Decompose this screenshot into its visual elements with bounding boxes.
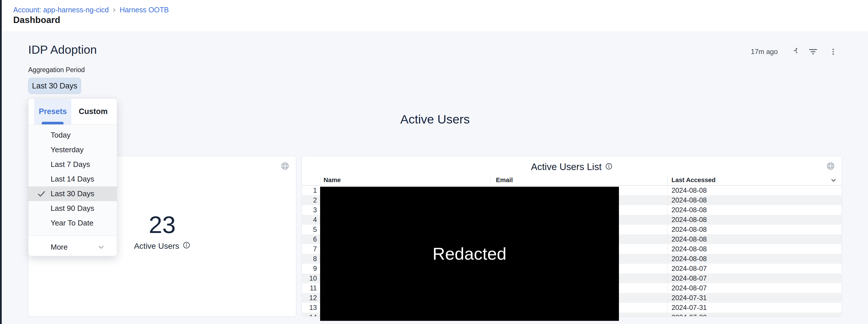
cell-last-accessed: 2024-07-30 (667, 313, 841, 317)
cell-last-accessed: 2024-07-31 (667, 303, 841, 313)
column-header-email[interactable]: Email (490, 175, 667, 185)
tab-presets[interactable]: Presets (34, 99, 71, 124)
page-title: Dashboard (13, 15, 60, 25)
table-header-row: Name Email Last Accessed (302, 175, 841, 186)
check-icon (36, 189, 46, 199)
globe-icon[interactable] (826, 161, 835, 172)
preset-option[interactable]: Year To Date (29, 216, 117, 230)
preset-option-label: Last 14 Days (51, 175, 94, 184)
cell-last-accessed: 2024-08-08 (667, 195, 841, 205)
cell-index: 8 (302, 254, 320, 264)
cell-index: 5 (302, 225, 320, 235)
aggregation-period-label: Aggregation Period (28, 66, 85, 74)
active-tab-indicator (42, 122, 64, 124)
sidebar-edge (0, 0, 2, 324)
preset-option-label: Year To Date (51, 219, 93, 227)
tab-custom[interactable]: Custom (71, 99, 115, 124)
tab-presets-label: Presets (39, 107, 67, 116)
dashboard-title: IDP Adoption (28, 43, 97, 57)
last-updated-label: 17m ago (751, 48, 778, 56)
kebab-menu-button[interactable] (828, 47, 838, 57)
cell-index: 12 (302, 293, 320, 303)
preset-option-label: Last 30 Days (51, 189, 94, 198)
cell-index: 1 (302, 186, 320, 195)
cell-last-accessed: 2024-08-08 (667, 215, 841, 225)
filter-icon (809, 47, 817, 56)
preset-option-label: Last 7 Days (51, 160, 90, 169)
globe-icon[interactable] (280, 161, 290, 172)
filter-button[interactable] (808, 47, 818, 57)
cell-index: 13 (302, 303, 320, 313)
cell-index: 11 (302, 283, 320, 293)
aggregation-period-button[interactable]: Last 30 Days (28, 78, 81, 94)
preset-option[interactable]: Last 30 Days (29, 186, 117, 201)
redaction-overlay: Redacted (320, 187, 619, 321)
period-dropdown: Presets Custom TodayYesterdayLast 7 Days… (28, 99, 117, 256)
column-header-last-accessed-label: Last Accessed (672, 176, 716, 184)
info-icon[interactable] (183, 241, 190, 251)
chevron-down-icon (97, 243, 105, 253)
cell-last-accessed: 2024-08-08 (667, 244, 841, 254)
cell-index: 7 (302, 244, 320, 254)
page-header: Account: app-harness-ng-cicd Harness OOT… (0, 0, 868, 32)
cell-last-accessed: 2024-08-08 (667, 205, 841, 215)
refresh-icon (788, 47, 797, 56)
preset-option[interactable]: Last 90 Days (29, 201, 117, 216)
chevron-down-icon[interactable] (830, 177, 837, 186)
preset-option-label: Yesterday (51, 145, 84, 154)
more-button[interactable]: More (29, 236, 117, 256)
tab-custom-label: Custom (79, 107, 108, 116)
cell-last-accessed: 2024-08-08 (667, 254, 841, 264)
cell-index: 4 (302, 215, 320, 225)
dropdown-tabs: Presets Custom (29, 99, 117, 125)
preset-option[interactable]: Last 7 Days (29, 157, 117, 172)
preset-options: TodayYesterdayLast 7 DaysLast 14 DaysLas… (29, 125, 117, 236)
cell-last-accessed: 2024-08-08 (667, 225, 841, 235)
table-title: Active Users List (531, 161, 602, 172)
cell-index: 6 (302, 235, 320, 244)
cell-last-accessed: 2024-08-07 (667, 264, 841, 274)
cell-last-accessed: 2024-08-07 (667, 283, 841, 293)
metric-label: Active Users (134, 242, 179, 251)
dashboard-toolbar: 17m ago (751, 47, 838, 57)
breadcrumb: Account: app-harness-ng-cicd Harness OOT… (13, 6, 169, 14)
cell-last-accessed: 2024-08-07 (667, 274, 841, 283)
breadcrumb-dashboard-link[interactable]: Harness OOTB (120, 6, 169, 14)
preset-option[interactable]: Yesterday (29, 142, 117, 157)
cell-index: 9 (302, 264, 320, 274)
more-label: More (51, 243, 68, 252)
cell-index: 10 (302, 274, 320, 283)
kebab-menu-icon (830, 47, 837, 56)
breadcrumb-account-link[interactable]: Account: app-harness-ng-cicd (13, 6, 109, 14)
column-header-last-accessed[interactable]: Last Accessed (667, 175, 841, 185)
cell-index: 3 (302, 205, 320, 215)
cell-index: 14 (302, 313, 320, 317)
preset-option-label: Today (51, 131, 70, 140)
section-title: Active Users (28, 112, 842, 127)
column-header-index (302, 175, 320, 185)
table-title-row: Active Users List (302, 161, 841, 172)
refresh-button[interactable] (788, 47, 798, 57)
info-icon[interactable] (605, 161, 613, 172)
cell-index: 2 (302, 195, 320, 205)
cell-last-accessed: 2024-08-08 (667, 186, 841, 195)
redacted-label: Redacted (433, 244, 506, 264)
preset-option[interactable]: Last 14 Days (29, 172, 117, 186)
preset-option[interactable]: Today (29, 128, 117, 142)
cell-last-accessed: 2024-08-08 (667, 235, 841, 244)
column-header-name[interactable]: Name (320, 175, 490, 185)
cell-last-accessed: 2024-07-31 (667, 293, 841, 303)
preset-option-label: Last 90 Days (51, 204, 94, 213)
chevron-right-icon (112, 7, 117, 13)
